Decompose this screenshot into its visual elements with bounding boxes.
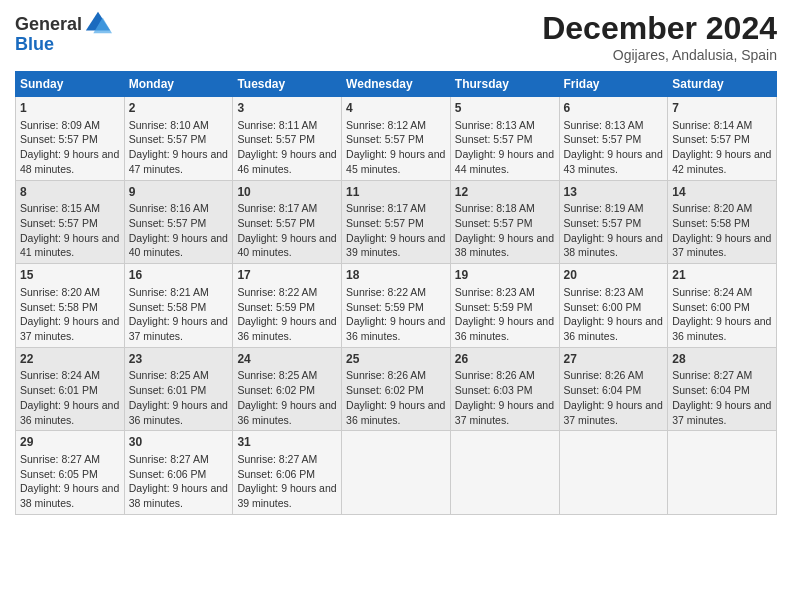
sunrise-text: Sunrise: 8:21 AM	[129, 286, 209, 298]
day-number: 18	[346, 267, 446, 284]
sunrise-text: Sunrise: 8:18 AM	[455, 202, 535, 214]
page-container: General Blue December 2024 Ogijares, And…	[0, 0, 792, 525]
day-number: 10	[237, 184, 337, 201]
calendar-cell: 20Sunrise: 8:23 AMSunset: 6:00 PMDayligh…	[559, 264, 668, 348]
calendar-cell: 23Sunrise: 8:25 AMSunset: 6:01 PMDayligh…	[124, 347, 233, 431]
daylight-text: Daylight: 9 hours and 36 minutes.	[237, 315, 336, 342]
location-subtitle: Ogijares, Andalusia, Spain	[542, 47, 777, 63]
day-number: 24	[237, 351, 337, 368]
calendar-cell: 4Sunrise: 8:12 AMSunset: 5:57 PMDaylight…	[342, 97, 451, 181]
daylight-text: Daylight: 9 hours and 39 minutes.	[237, 482, 336, 509]
sunrise-text: Sunrise: 8:16 AM	[129, 202, 209, 214]
calendar-cell	[342, 431, 451, 515]
col-friday: Friday	[559, 72, 668, 97]
calendar-header-row: Sunday Monday Tuesday Wednesday Thursday…	[16, 72, 777, 97]
day-number: 27	[564, 351, 664, 368]
sunrise-text: Sunrise: 8:26 AM	[455, 369, 535, 381]
calendar-cell: 24Sunrise: 8:25 AMSunset: 6:02 PMDayligh…	[233, 347, 342, 431]
daylight-text: Daylight: 9 hours and 36 minutes.	[20, 399, 119, 426]
day-number: 1	[20, 100, 120, 117]
sunset-text: Sunset: 5:57 PM	[672, 133, 750, 145]
sunset-text: Sunset: 5:57 PM	[129, 133, 207, 145]
calendar-cell: 14Sunrise: 8:20 AMSunset: 5:58 PMDayligh…	[668, 180, 777, 264]
daylight-text: Daylight: 9 hours and 42 minutes.	[672, 148, 771, 175]
sunrise-text: Sunrise: 8:15 AM	[20, 202, 100, 214]
sunset-text: Sunset: 6:04 PM	[672, 384, 750, 396]
calendar-row: 8Sunrise: 8:15 AMSunset: 5:57 PMDaylight…	[16, 180, 777, 264]
day-number: 22	[20, 351, 120, 368]
calendar-cell: 26Sunrise: 8:26 AMSunset: 6:03 PMDayligh…	[450, 347, 559, 431]
day-number: 19	[455, 267, 555, 284]
daylight-text: Daylight: 9 hours and 37 minutes.	[129, 315, 228, 342]
day-number: 26	[455, 351, 555, 368]
sunset-text: Sunset: 5:58 PM	[672, 217, 750, 229]
day-number: 31	[237, 434, 337, 451]
calendar-cell: 28Sunrise: 8:27 AMSunset: 6:04 PMDayligh…	[668, 347, 777, 431]
daylight-text: Daylight: 9 hours and 39 minutes.	[346, 232, 445, 259]
daylight-text: Daylight: 9 hours and 40 minutes.	[237, 232, 336, 259]
sunset-text: Sunset: 6:06 PM	[237, 468, 315, 480]
day-number: 6	[564, 100, 664, 117]
calendar-cell: 25Sunrise: 8:26 AMSunset: 6:02 PMDayligh…	[342, 347, 451, 431]
daylight-text: Daylight: 9 hours and 47 minutes.	[129, 148, 228, 175]
day-number: 15	[20, 267, 120, 284]
day-number: 12	[455, 184, 555, 201]
calendar-table: Sunday Monday Tuesday Wednesday Thursday…	[15, 71, 777, 515]
sunset-text: Sunset: 5:57 PM	[346, 217, 424, 229]
sunrise-text: Sunrise: 8:27 AM	[237, 453, 317, 465]
sunset-text: Sunset: 6:03 PM	[455, 384, 533, 396]
day-number: 17	[237, 267, 337, 284]
sunset-text: Sunset: 5:57 PM	[564, 217, 642, 229]
day-number: 23	[129, 351, 229, 368]
calendar-cell: 7Sunrise: 8:14 AMSunset: 5:57 PMDaylight…	[668, 97, 777, 181]
daylight-text: Daylight: 9 hours and 44 minutes.	[455, 148, 554, 175]
day-number: 29	[20, 434, 120, 451]
daylight-text: Daylight: 9 hours and 48 minutes.	[20, 148, 119, 175]
calendar-cell: 12Sunrise: 8:18 AMSunset: 5:57 PMDayligh…	[450, 180, 559, 264]
day-number: 28	[672, 351, 772, 368]
sunset-text: Sunset: 6:04 PM	[564, 384, 642, 396]
calendar-cell: 1Sunrise: 8:09 AMSunset: 5:57 PMDaylight…	[16, 97, 125, 181]
calendar-cell: 11Sunrise: 8:17 AMSunset: 5:57 PMDayligh…	[342, 180, 451, 264]
calendar-cell: 6Sunrise: 8:13 AMSunset: 5:57 PMDaylight…	[559, 97, 668, 181]
calendar-cell: 27Sunrise: 8:26 AMSunset: 6:04 PMDayligh…	[559, 347, 668, 431]
sunrise-text: Sunrise: 8:27 AM	[672, 369, 752, 381]
sunset-text: Sunset: 5:59 PM	[346, 301, 424, 313]
calendar-cell: 5Sunrise: 8:13 AMSunset: 5:57 PMDaylight…	[450, 97, 559, 181]
sunrise-text: Sunrise: 8:27 AM	[129, 453, 209, 465]
calendar-cell: 2Sunrise: 8:10 AMSunset: 5:57 PMDaylight…	[124, 97, 233, 181]
sunset-text: Sunset: 5:59 PM	[237, 301, 315, 313]
daylight-text: Daylight: 9 hours and 36 minutes.	[346, 399, 445, 426]
calendar-cell: 18Sunrise: 8:22 AMSunset: 5:59 PMDayligh…	[342, 264, 451, 348]
calendar-cell: 8Sunrise: 8:15 AMSunset: 5:57 PMDaylight…	[16, 180, 125, 264]
sunrise-text: Sunrise: 8:24 AM	[672, 286, 752, 298]
daylight-text: Daylight: 9 hours and 37 minutes.	[564, 399, 663, 426]
day-number: 16	[129, 267, 229, 284]
sunrise-text: Sunrise: 8:24 AM	[20, 369, 100, 381]
sunrise-text: Sunrise: 8:09 AM	[20, 119, 100, 131]
daylight-text: Daylight: 9 hours and 38 minutes.	[455, 232, 554, 259]
sunset-text: Sunset: 5:58 PM	[20, 301, 98, 313]
daylight-text: Daylight: 9 hours and 41 minutes.	[20, 232, 119, 259]
calendar-cell: 29Sunrise: 8:27 AMSunset: 6:05 PMDayligh…	[16, 431, 125, 515]
sunset-text: Sunset: 5:58 PM	[129, 301, 207, 313]
daylight-text: Daylight: 9 hours and 37 minutes.	[672, 232, 771, 259]
sunrise-text: Sunrise: 8:17 AM	[237, 202, 317, 214]
sunset-text: Sunset: 6:02 PM	[237, 384, 315, 396]
daylight-text: Daylight: 9 hours and 38 minutes.	[129, 482, 228, 509]
sunset-text: Sunset: 5:57 PM	[20, 217, 98, 229]
calendar-cell: 15Sunrise: 8:20 AMSunset: 5:58 PMDayligh…	[16, 264, 125, 348]
day-number: 14	[672, 184, 772, 201]
calendar-cell: 9Sunrise: 8:16 AMSunset: 5:57 PMDaylight…	[124, 180, 233, 264]
calendar-cell	[450, 431, 559, 515]
calendar-cell	[559, 431, 668, 515]
calendar-body: 1Sunrise: 8:09 AMSunset: 5:57 PMDaylight…	[16, 97, 777, 515]
sunrise-text: Sunrise: 8:22 AM	[237, 286, 317, 298]
sunrise-text: Sunrise: 8:23 AM	[564, 286, 644, 298]
daylight-text: Daylight: 9 hours and 36 minutes.	[237, 399, 336, 426]
daylight-text: Daylight: 9 hours and 36 minutes.	[455, 315, 554, 342]
sunrise-text: Sunrise: 8:13 AM	[564, 119, 644, 131]
sunrise-text: Sunrise: 8:25 AM	[129, 369, 209, 381]
sunset-text: Sunset: 5:57 PM	[346, 133, 424, 145]
day-number: 8	[20, 184, 120, 201]
